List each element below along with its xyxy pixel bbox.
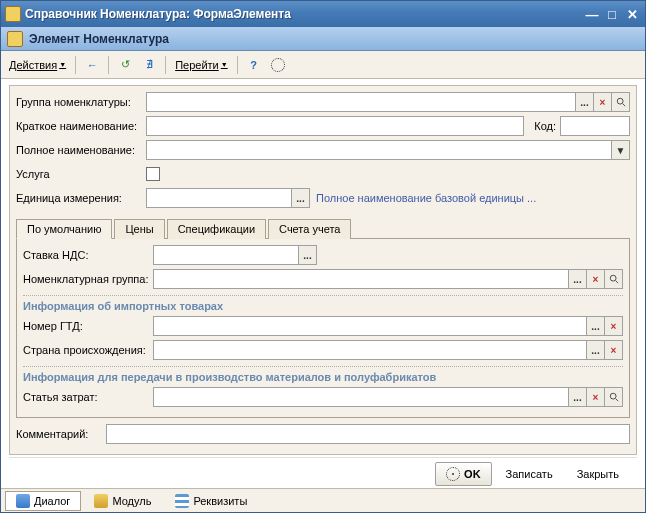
status-bar: Диалог Модуль Реквизиты: [1, 488, 645, 512]
module-icon: [94, 494, 108, 508]
help-icon: ?: [250, 59, 257, 71]
maximize-button[interactable]: □: [603, 5, 621, 23]
full-name-label: Полное наименование:: [16, 144, 146, 156]
toolbar-separator: [75, 56, 76, 74]
tab-prices[interactable]: Цены: [114, 219, 164, 239]
help-button[interactable]: ?: [243, 54, 265, 76]
unit-input[interactable]: [146, 188, 292, 208]
tab-body: Ставка НДС: ... Номенклатурная группа: .…: [16, 239, 630, 418]
refresh-button[interactable]: ↺: [114, 54, 136, 76]
tab-label: Спецификации: [178, 223, 255, 235]
ok-button[interactable]: OK: [435, 462, 492, 486]
dropdown-arrow-icon: ▼: [59, 61, 66, 68]
country-input[interactable]: [153, 340, 587, 360]
unit-select-button[interactable]: ...: [292, 188, 310, 208]
full-name-input[interactable]: [146, 140, 612, 160]
svg-line-3: [615, 281, 618, 284]
cost-item-search-button[interactable]: [605, 387, 623, 407]
unit-label: Единица измерения:: [16, 192, 146, 204]
code-label: Код:: [534, 120, 556, 132]
write-button-label: Записать: [506, 468, 553, 480]
toolbar-separator: [108, 56, 109, 74]
gtd-input[interactable]: [153, 316, 587, 336]
sub-header: Элемент Номенклатура: [1, 27, 645, 51]
full-name-dropdown-button[interactable]: ▼: [612, 140, 630, 160]
actions-menu-label: Действия: [9, 59, 57, 71]
svg-point-2: [610, 275, 616, 281]
gtd-clear-button[interactable]: ×: [605, 316, 623, 336]
back-button[interactable]: ←: [81, 54, 103, 76]
close-button-label: Закрыть: [577, 468, 619, 480]
goto-menu[interactable]: Перейти ▼: [171, 57, 232, 73]
vat-input[interactable]: [153, 245, 299, 265]
country-clear-button[interactable]: ×: [605, 340, 623, 360]
advice-button[interactable]: [267, 54, 289, 76]
hierarchy-icon: ∄: [146, 58, 153, 71]
tab-label: Счета учета: [279, 223, 340, 235]
toolbar: Действия ▼ ← ↺ ∄ Перейти ▼ ?: [1, 51, 645, 79]
dotted-circle-icon: [271, 58, 285, 72]
nomen-group-search-button[interactable]: [605, 269, 623, 289]
gtd-select-button[interactable]: ...: [587, 316, 605, 336]
sub-header-title: Элемент Номенклатура: [29, 32, 169, 46]
group-label: Группа номенклатуры:: [16, 96, 146, 108]
vat-label: Ставка НДС:: [23, 249, 153, 261]
short-name-input[interactable]: [146, 116, 524, 136]
cost-item-clear-button[interactable]: ×: [587, 387, 605, 407]
svg-point-4: [610, 393, 616, 399]
element-icon: [7, 31, 23, 47]
group-input[interactable]: [146, 92, 576, 112]
svg-point-0: [617, 98, 623, 104]
nomen-group-input[interactable]: [153, 269, 569, 289]
nomen-group-label: Номенклатурная группа:: [23, 273, 153, 285]
minimize-button[interactable]: —: [583, 5, 601, 23]
toolbar-separator: [165, 56, 166, 74]
service-label: Услуга: [16, 168, 146, 180]
nomen-group-clear-button[interactable]: ×: [587, 269, 605, 289]
titlebar: Справочник Номенклатура: ФормаЭлемента —…: [1, 1, 645, 27]
comment-label: Комментарий:: [16, 428, 106, 440]
status-tab-label: Диалог: [34, 495, 70, 507]
dotted-circle-icon: [446, 467, 460, 481]
dialog-icon: [16, 494, 30, 508]
refresh-icon: ↺: [121, 58, 130, 71]
status-tab-props[interactable]: Реквизиты: [164, 491, 258, 511]
comment-input[interactable]: [106, 424, 630, 444]
group-search-button[interactable]: [612, 92, 630, 112]
tab-label: Цены: [125, 223, 153, 235]
country-select-button[interactable]: ...: [587, 340, 605, 360]
tab-label: По умолчанию: [27, 223, 101, 235]
close-window-button[interactable]: ✕: [623, 5, 641, 23]
tab-accounts[interactable]: Счета учета: [268, 219, 351, 239]
prod-section-title: Информация для передачи в производство м…: [23, 366, 623, 383]
write-button[interactable]: Записать: [496, 462, 563, 486]
actions-menu[interactable]: Действия ▼: [5, 57, 70, 73]
import-section-title: Информация об импортных товарах: [23, 295, 623, 312]
status-tab-label: Реквизиты: [193, 495, 247, 507]
bottom-bar: OK Записать Закрыть: [9, 457, 637, 488]
dropdown-arrow-icon: ▼: [221, 61, 228, 68]
group-select-button[interactable]: ...: [576, 92, 594, 112]
cost-item-input[interactable]: [153, 387, 569, 407]
code-input[interactable]: [560, 116, 630, 136]
svg-line-5: [615, 399, 618, 402]
window-title: Справочник Номенклатура: ФормаЭлемента: [25, 7, 581, 21]
tree-button[interactable]: ∄: [138, 54, 160, 76]
tabs: По умолчанию Цены Спецификации Счета уче…: [16, 218, 630, 239]
tab-default[interactable]: По умолчанию: [16, 219, 112, 239]
cost-item-select-button[interactable]: ...: [569, 387, 587, 407]
status-tab-module[interactable]: Модуль: [83, 491, 162, 511]
service-checkbox[interactable]: [146, 167, 160, 181]
toolbar-separator: [237, 56, 238, 74]
vat-select-button[interactable]: ...: [299, 245, 317, 265]
nomen-group-select-button[interactable]: ...: [569, 269, 587, 289]
cost-item-label: Статья затрат:: [23, 391, 153, 403]
app-icon: [5, 6, 21, 22]
status-tab-dialog[interactable]: Диалог: [5, 491, 81, 511]
status-tab-label: Модуль: [112, 495, 151, 507]
group-clear-button[interactable]: ×: [594, 92, 612, 112]
close-button[interactable]: Закрыть: [567, 462, 629, 486]
gtd-label: Номер ГТД:: [23, 320, 153, 332]
tab-specs[interactable]: Спецификации: [167, 219, 266, 239]
short-name-label: Краткое наименование:: [16, 120, 146, 132]
